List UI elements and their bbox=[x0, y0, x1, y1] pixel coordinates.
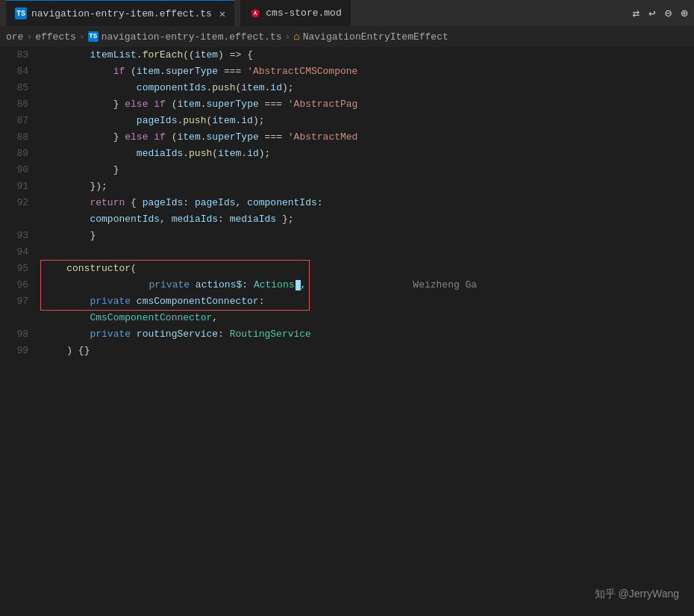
ln-92: 92 bbox=[0, 195, 37, 211]
toolbar-icons: ⇄ ↩ ⊖ ⊕ bbox=[632, 6, 688, 21]
line-92: return { pageIds: pageIds, componentIds: bbox=[43, 195, 694, 211]
breadcrumb-filename: navigation-entry-item.effect.ts bbox=[101, 31, 282, 43]
line-99: ) {} bbox=[43, 343, 694, 359]
sep3: › bbox=[284, 31, 290, 43]
ln-89: 89 bbox=[0, 146, 37, 162]
code-editor: 83 84 85 86 87 88 89 90 91 92 93 94 95 9… bbox=[0, 47, 694, 616]
split-icon[interactable]: ⊖ bbox=[665, 6, 672, 21]
line-91: }); bbox=[43, 178, 694, 195]
ln-97b bbox=[0, 310, 37, 326]
line-87: pageIds.push(item.id); bbox=[43, 113, 694, 129]
watermark: 知乎 @JerryWang bbox=[595, 588, 679, 601]
ln-91: 91 bbox=[0, 178, 37, 195]
breadcrumb-effects: effects bbox=[35, 31, 76, 43]
title-bar: TS navigation-entry-item.effect.ts ✕ cms… bbox=[0, 0, 694, 26]
ln-85: 85 bbox=[0, 80, 37, 96]
tab-navigation-effect[interactable]: TS navigation-entry-item.effect.ts ✕ bbox=[6, 0, 234, 26]
tab2-label: cms-store.mod bbox=[266, 7, 341, 19]
breadcrumb-ts-icon: TS bbox=[88, 31, 99, 42]
code-lines: itemList.forEach((item) => { if (item.su… bbox=[37, 47, 694, 616]
breadcrumb-store: ore bbox=[6, 31, 23, 43]
ln-94: 94 bbox=[0, 244, 37, 261]
ln-92b bbox=[0, 211, 37, 228]
tab1-label: navigation-entry-item.effect.ts bbox=[31, 8, 212, 19]
ln-96: 96 bbox=[0, 277, 37, 293]
line-98: private routingService: RoutingService bbox=[43, 326, 694, 343]
line-83: itemList.forEach((item) => { bbox=[43, 47, 694, 63]
ln-87: 87 bbox=[0, 113, 37, 129]
line-97: private cmsComponentConnector: bbox=[43, 293, 694, 310]
line-97b: CmsComponentConnector, bbox=[43, 310, 694, 326]
line-93: } bbox=[43, 228, 694, 244]
breadcrumb-bar: ore › effects › TS navigation-entry-item… bbox=[0, 26, 694, 47]
ts-icon: TS bbox=[15, 7, 27, 19]
sep1: › bbox=[26, 31, 32, 43]
code-area: 83 84 85 86 87 88 89 90 91 92 93 94 95 9… bbox=[0, 47, 694, 616]
ln-84: 84 bbox=[0, 63, 37, 80]
ln-83: 83 bbox=[0, 47, 37, 63]
ln-97: 97 bbox=[0, 293, 37, 310]
angular-icon bbox=[249, 7, 261, 19]
ln-95: 95 bbox=[0, 261, 37, 277]
tab1-close[interactable]: ✕ bbox=[219, 7, 225, 20]
line-86: } else if (item.superType === 'AbstractP… bbox=[43, 96, 694, 113]
line-84: if (item.superType === 'AbstractCMSCompo… bbox=[43, 63, 694, 80]
ln-93: 93 bbox=[0, 228, 37, 244]
source-control-icon[interactable]: ⇄ bbox=[632, 6, 640, 21]
line-92b: componentIds, mediaIds: mediaIds }; bbox=[43, 211, 694, 228]
line-96: 💡 private actions$: Actions, Weizheng Ga bbox=[43, 277, 694, 293]
ln-98: 98 bbox=[0, 326, 37, 343]
ln-88: 88 bbox=[0, 129, 37, 146]
tab-cms-store[interactable]: cms-store.mod bbox=[240, 0, 350, 26]
sep2: › bbox=[79, 31, 85, 43]
more-icon[interactable]: ⊕ bbox=[681, 6, 688, 21]
breadcrumb-class-icon: ⌂ bbox=[293, 31, 299, 43]
line-88: } else if (item.superType === 'AbstractM… bbox=[43, 129, 694, 146]
line-90: } bbox=[43, 162, 694, 178]
ln-86: 86 bbox=[0, 96, 37, 113]
ln-90: 90 bbox=[0, 162, 37, 178]
line-85: componentIds.push(item.id); bbox=[43, 80, 694, 96]
breadcrumb-classname: NavigationEntryItemEffect bbox=[303, 31, 448, 43]
lightbulb-icon[interactable]: 💡 bbox=[37, 277, 40, 293]
line-numbers: 83 84 85 86 87 88 89 90 91 92 93 94 95 9… bbox=[0, 47, 37, 616]
line-89: mediaIds.push(item.id); bbox=[43, 146, 694, 162]
line-94 bbox=[43, 244, 694, 261]
back-icon[interactable]: ↩ bbox=[648, 6, 656, 21]
ln-99: 99 bbox=[0, 343, 37, 359]
